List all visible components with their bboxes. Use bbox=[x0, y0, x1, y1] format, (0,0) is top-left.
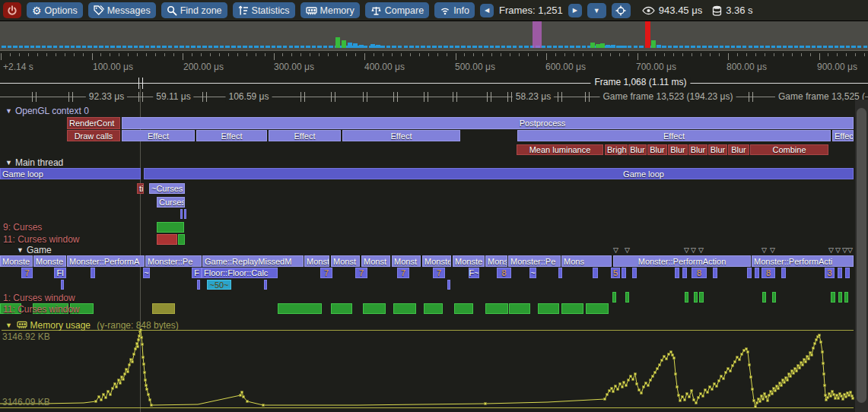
frame-bar[interactable] bbox=[600, 43, 605, 48]
frame-bar[interactable] bbox=[134, 46, 138, 48]
power-button[interactable] bbox=[3, 2, 21, 18]
frame-bar[interactable] bbox=[335, 37, 340, 48]
frame-bar[interactable] bbox=[249, 46, 253, 48]
game-zone[interactable]: Monster::PerformAction bbox=[613, 255, 751, 267]
frame-bar[interactable] bbox=[359, 45, 364, 48]
lock-11-game-bar[interactable] bbox=[424, 303, 443, 314]
message-marker-icon[interactable]: ▽ bbox=[613, 247, 618, 254]
game-subzone[interactable]: 7 bbox=[397, 268, 409, 278]
gpu-zone[interactable]: Effect bbox=[196, 130, 267, 141]
frame-bar[interactable] bbox=[380, 46, 385, 48]
gpu-frame-zone[interactable]: RenderCont bbox=[67, 117, 120, 129]
game-subzone[interactable] bbox=[675, 268, 679, 278]
lock-11-bar[interactable] bbox=[157, 234, 177, 245]
main-thread-zone[interactable]: Game loop bbox=[144, 168, 854, 179]
message-marker-icon[interactable]: ▽ bbox=[625, 247, 630, 254]
lock-11-game-bar[interactable] bbox=[538, 303, 559, 314]
frame-bar[interactable] bbox=[300, 46, 305, 48]
gpu-zone[interactable]: Draw calls bbox=[67, 130, 120, 141]
prev-frame-button[interactable]: ◀ bbox=[480, 4, 494, 17]
main-thread-subzone[interactable]: ti bbox=[137, 183, 144, 194]
lock-9-bar[interactable] bbox=[157, 222, 184, 233]
frame-bar[interactable] bbox=[364, 46, 368, 48]
frame-bar[interactable] bbox=[30, 46, 35, 48]
game-zone[interactable]: Monster::PerformA bbox=[67, 255, 145, 267]
lock-11-game-bar[interactable] bbox=[509, 303, 530, 314]
frame-bar[interactable] bbox=[702, 46, 707, 48]
game-frame-label[interactable]: 59.11 μs bbox=[153, 91, 193, 102]
frame-bar[interactable] bbox=[731, 46, 736, 48]
frame-bar[interactable] bbox=[806, 46, 810, 48]
frame-bar[interactable] bbox=[99, 46, 103, 48]
frame-bar[interactable] bbox=[376, 45, 380, 48]
frame-bar[interactable] bbox=[691, 46, 695, 48]
frame-bar[interactable] bbox=[122, 46, 127, 48]
frame-bar[interactable] bbox=[208, 46, 213, 48]
frame-bar[interactable] bbox=[823, 46, 828, 48]
frame-bar[interactable] bbox=[139, 46, 144, 48]
gpu-subzone[interactable]: Blur bbox=[647, 144, 667, 155]
frame-bar[interactable] bbox=[697, 46, 701, 48]
game-subzone[interactable]: 7 bbox=[21, 268, 33, 278]
lock-11-bar[interactable] bbox=[178, 234, 185, 245]
frame-bar[interactable] bbox=[645, 21, 650, 48]
frame-bar[interactable] bbox=[13, 46, 17, 48]
frame-bar[interactable] bbox=[651, 40, 656, 48]
game-zone[interactable]: Monster::PerformActi bbox=[752, 255, 854, 267]
frame-bar[interactable] bbox=[162, 46, 167, 48]
statistics-button[interactable]: Statistics bbox=[233, 2, 295, 18]
message-marker-icon[interactable]: ▽ bbox=[835, 247, 841, 254]
frame-bar[interactable] bbox=[47, 46, 52, 48]
frame-bar[interactable] bbox=[582, 46, 587, 48]
gpu-subzone[interactable]: Blur bbox=[628, 144, 647, 155]
goto-frame-button[interactable] bbox=[612, 3, 631, 18]
frame-bar[interactable] bbox=[725, 46, 730, 48]
frame-bar[interactable] bbox=[19, 46, 24, 48]
lock-1-game-bar[interactable] bbox=[694, 292, 698, 303]
frame-bar[interactable] bbox=[857, 46, 862, 48]
game-subzone[interactable] bbox=[755, 268, 759, 278]
section-header-opengl[interactable]: ▼OpenGL context 0 bbox=[5, 106, 89, 116]
game-frame-label[interactable]: Game frame 13,525 ( bbox=[775, 91, 865, 102]
frame-bar[interactable] bbox=[191, 46, 196, 48]
frame-bar[interactable] bbox=[634, 46, 638, 48]
frame-bar[interactable] bbox=[312, 46, 316, 48]
frame-bar[interactable] bbox=[749, 46, 753, 48]
section-header-game[interactable]: ▼Game bbox=[17, 245, 52, 255]
frame-bar[interactable] bbox=[742, 46, 747, 48]
game-subzone[interactable]: Fl bbox=[54, 268, 66, 278]
game-subzone[interactable] bbox=[747, 268, 752, 278]
frame-bar[interactable] bbox=[794, 46, 799, 48]
game-subzone[interactable] bbox=[632, 268, 637, 278]
game-zone[interactable]: Mons bbox=[561, 255, 612, 267]
lock-1-game-bar[interactable] bbox=[772, 292, 776, 303]
frame-bar[interactable] bbox=[639, 46, 644, 48]
lock-11-game-bar[interactable] bbox=[278, 303, 322, 314]
frame-bar[interactable] bbox=[479, 46, 483, 48]
message-marker-icon[interactable]: ▽ bbox=[698, 247, 704, 254]
game-zone[interactable]: Monst bbox=[304, 255, 329, 267]
frame-bar[interactable] bbox=[736, 46, 741, 48]
memory-button[interactable]: Memory bbox=[300, 2, 360, 18]
game-subzone[interactable] bbox=[593, 268, 598, 278]
frame-bar[interactable] bbox=[386, 46, 391, 48]
lock-11-game-bar[interactable] bbox=[485, 303, 508, 314]
frame-bar[interactable] bbox=[186, 46, 190, 48]
gpu-zone[interactable]: Effect bbox=[122, 130, 195, 141]
game-subzone[interactable] bbox=[845, 268, 850, 278]
game-subzone[interactable] bbox=[682, 268, 687, 278]
find-zone-button[interactable]: Find zone bbox=[161, 2, 227, 18]
game-subzone[interactable] bbox=[622, 268, 626, 278]
frame-bar[interactable] bbox=[370, 44, 375, 48]
frame-bar[interactable] bbox=[404, 46, 409, 48]
frame-bar[interactable] bbox=[110, 46, 115, 48]
frame-bar[interactable] bbox=[289, 46, 294, 48]
scrollbar-thumb[interactable] bbox=[857, 108, 866, 403]
frame-bar[interactable] bbox=[558, 46, 563, 48]
game-subzone[interactable]: F bbox=[192, 268, 202, 278]
frame-bar[interactable] bbox=[628, 46, 632, 48]
frame-bar[interactable] bbox=[272, 46, 276, 48]
frame-bar[interactable] bbox=[657, 45, 661, 48]
section-header-memory[interactable]: ▼ Memory usage (y-range: 848 bytes) bbox=[5, 320, 179, 331]
game-subzone[interactable]: F~ bbox=[469, 268, 479, 278]
